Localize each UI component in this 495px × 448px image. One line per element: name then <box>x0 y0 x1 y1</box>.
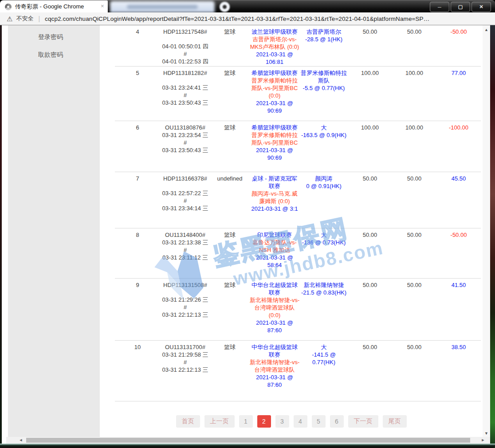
blurred-tab[interactable] <box>110 1 215 13</box>
page-button[interactable]: 首页 <box>176 415 200 428</box>
page-button[interactable]: 2 <box>257 415 271 428</box>
report-main: 4 HDP113217548# 04-01 00:50:01 四 # 04-01… <box>100 25 483 437</box>
match-teams: 颜丙涛-vs-马克.威廉姆斯 (0:0) <box>249 190 300 205</box>
match-date-score: 2021-03-31 @ 90:69 <box>249 146 300 161</box>
time-separator: # <box>160 91 210 99</box>
page-button[interactable]: 上一页 <box>204 415 235 428</box>
scroll-down-icon[interactable]: ▼ <box>483 430 490 437</box>
page-button[interactable]: 6 <box>330 415 344 428</box>
valid-amount: 100.00 <box>392 124 436 172</box>
table-row: 10 OU113131700# 03-31 21:29:58 三 # 03-31… <box>115 341 481 401</box>
result-amount: 77.00 <box>436 69 481 121</box>
row-number: 7 <box>115 175 160 228</box>
scroll-left-icon[interactable]: ◄ <box>17 437 24 444</box>
page-content: 登录密码 取款密码 4 HDP113217548# 04-01 00:50:01… <box>2 25 490 444</box>
bet-cell: 吉普萨斯塔尔 -28.5 @ 1(HK) <box>300 28 348 66</box>
page-button[interactable]: 4 <box>294 415 307 428</box>
match-cell: 希腊篮球甲级联赛 普罗米修斯帕特拉斯队-vs-阿里斯BC 2021-03-31 … <box>249 124 300 172</box>
bet-pick: 颜丙涛 <box>300 175 348 182</box>
match-date-score: 2021-03-31 @ 106:81 <box>249 51 300 66</box>
page-button[interactable]: 尾页 <box>383 415 407 428</box>
result-amount: -50.00 <box>436 28 481 66</box>
result-amount: 38.50 <box>436 343 481 401</box>
order-id: HDP113217548# <box>160 28 210 35</box>
match-teams: 普罗米修斯帕特拉斯队-vs-阿里斯BC <box>249 131 300 146</box>
bet-time: 03-31 22:13:38 三 <box>160 239 210 246</box>
sport-type: 篮球 <box>210 124 249 172</box>
match-teams: 新北裕隆纳智捷-vs-台湾啤酒篮球队 <box>249 358 300 373</box>
sidebar-item[interactable]: 取款密码 <box>8 46 100 63</box>
row-number: 5 <box>115 69 160 121</box>
bet-cell: 大 -141.5 @ 0.77(HK) <box>300 343 348 401</box>
league-name: 希腊篮球甲级联赛 <box>249 69 300 77</box>
bet-time: 03-31 21:29:26 三 <box>160 296 210 303</box>
table-row: 9 HDP113131508# 03-31 21:29:26 三 # 03-31… <box>115 279 481 341</box>
bet-time: 03-31 23:24:41 三 <box>160 84 210 91</box>
new-tab-circle-icon[interactable] <box>219 1 230 12</box>
window-title: 传奇彩票 - Google Chrome <box>15 3 84 11</box>
order-cell: HDP113217548# 04-01 00:50:01 四 # 04-01 0… <box>160 28 210 66</box>
window-border-left <box>0 25 2 448</box>
url-text[interactable]: cqcp2.com/chuanQiCPLoginWeb/app/reportDe… <box>45 16 429 22</box>
table-row: 6 OU113180876# 03-31 23:23:54 三 # 03-31 … <box>115 121 481 172</box>
settle-time: 03-31 23:50:43 三 <box>160 146 210 154</box>
time-separator: # <box>160 139 210 146</box>
minimize-button[interactable]: ─ <box>430 2 449 12</box>
match-date-score: 2021-03-31 @ 58:64 <box>249 254 300 269</box>
tab-close-icon[interactable]: × <box>101 3 104 9</box>
row-number: 9 <box>115 281 160 340</box>
bet-time: 03-31 22:57:22 三 <box>160 189 210 197</box>
bet-pick: 吉普萨斯塔尔 <box>300 28 348 35</box>
sidebar-item[interactable]: 登录密码 <box>8 28 100 46</box>
bet-cell: 大 -136 @ 0.73(HK) <box>300 231 348 278</box>
url-separator: | <box>38 15 40 22</box>
result-amount: 45.50 <box>436 175 481 228</box>
order-cell: HDP113181282# 03-31 23:24:41 三 # 03-31 2… <box>160 69 210 121</box>
sidebar: 登录密码 取款密码 <box>8 25 100 437</box>
row-number: 10 <box>115 343 160 401</box>
match-teams: 嘉鲁达万隆队-vs-NSH 雅加达 <box>249 239 300 254</box>
settle-time: 03-31 23:50:43 三 <box>160 99 210 106</box>
settle-time: 03-31 22:12:13 三 <box>160 366 210 373</box>
order-id: OU113148400# <box>160 231 210 239</box>
time-separator: # <box>160 50 210 58</box>
vertical-scrollbar[interactable]: ▲ ▼ <box>483 25 490 437</box>
page-button[interactable]: 1 <box>239 415 253 428</box>
page-button[interactable]: 下一页 <box>348 415 378 428</box>
scroll-up-icon[interactable]: ▲ <box>483 26 490 33</box>
bet-amount: 50.00 <box>348 231 392 278</box>
match-teams: 新北裕隆纳智捷-vs-台湾啤酒篮球队 (0:0) <box>249 296 300 319</box>
hscroll-thumb[interactable] <box>26 438 470 443</box>
window-border-right <box>490 25 495 448</box>
bet-pick: 大 <box>300 231 348 239</box>
not-secure-label[interactable]: 不安全 <box>16 15 33 23</box>
row-number: 4 <box>115 28 160 66</box>
bet-amount: 50.00 <box>348 343 392 401</box>
maximize-button[interactable]: ▢ <box>451 2 470 12</box>
pagination: 首页 上一页 1 2 3 4 5 6 下一页 尾页 <box>100 415 483 428</box>
active-tab[interactable]: 传奇彩票 - Google Chrome <box>0 0 108 13</box>
result-amount: -50.00 <box>436 231 481 278</box>
page-button[interactable]: 3 <box>275 415 289 428</box>
order-times: 03-31 22:13:38 三 # 03-31 23:11:12 三 <box>160 239 210 261</box>
order-times: 03-31 22:57:22 三 # 03-31 23:34:14 三 <box>160 189 210 212</box>
league-name: 中华台北超级篮球联赛 <box>249 281 300 296</box>
chrome-icon <box>5 4 12 10</box>
page-button[interactable]: 5 <box>312 415 326 428</box>
match-teams: 吉普萨斯塔尔-vs-MKS卢布林队 (0:0) <box>249 35 300 51</box>
close-button[interactable]: ✕ <box>471 2 491 12</box>
league-name: 波兰篮球甲级联赛 <box>249 28 300 35</box>
sport-type: 篮球 <box>210 231 249 278</box>
sport-type: undefined <box>210 175 249 228</box>
horizontal-scrollbar[interactable]: ◄ ► <box>6 437 490 444</box>
browser-window: 传奇彩票 - Google Chrome × ─ ▢ ✕ ⚠ 不安全 | cqc… <box>0 0 495 448</box>
valid-amount: 50.00 <box>392 281 436 340</box>
sport-type: 篮球 <box>210 343 249 401</box>
order-cell: HDP113131508# 03-31 21:29:26 三 # 03-31 2… <box>160 281 210 340</box>
match-date-score: 2021-03-31 @ 3:1 <box>249 205 300 212</box>
order-cell: OU113148400# 03-31 22:13:38 三 # 03-31 23… <box>160 231 210 278</box>
address-bar[interactable]: ⚠ 不安全 | cqcp2.com/chuanQiCPLoginWeb/app/… <box>0 12 495 25</box>
bet-odds: -136 @ 0.73(HK) <box>300 239 348 246</box>
scroll-right-icon[interactable]: ► <box>479 437 487 444</box>
match-cell: 希腊篮球甲级联赛 普罗米修斯帕特拉斯队-vs-阿里斯BC (0:0) 2021-… <box>249 69 300 121</box>
